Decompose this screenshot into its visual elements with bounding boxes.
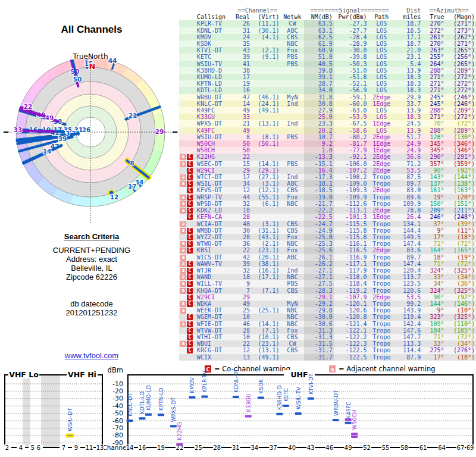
search-criteria: Search Criteria CURRENT+PENDINGAddress: …: [0, 232, 183, 317]
svg-text:= Co-channel warning: = Co-channel warning: [214, 365, 290, 373]
criteria-line: CURRENT+PENDING: [0, 246, 183, 255]
adjacent-warning-icon: a: [180, 301, 186, 307]
station-marker: [145, 414, 152, 416]
svg-text:a: a: [330, 367, 334, 373]
svg-text:28: 28: [213, 445, 221, 451]
table-row: W50CH501.0-77.91Edge24.9345°(346°): [179, 147, 476, 154]
table-row: aCKHQA-DT7(7.1)CBS-28.3-119.2Tropo120.63…: [179, 287, 476, 294]
station-label: WPXS-DT: [171, 397, 177, 422]
criteria-line: Belleville, IL: [0, 264, 183, 273]
dbm-chart: C= Co-channel warninga= Adjacent channel…: [0, 364, 476, 457]
table-row: CW29CI29(29.1)-16.4-107.22Edge53.590°(92…: [179, 167, 476, 174]
table-row: K49FC4920.2-58.6LOS13.9288°(289°): [179, 127, 476, 134]
co-channel-warning-icon: C: [187, 348, 193, 353]
tvfool-report: { "colors":{"blue":"#2e5cc5","purple":"#…: [0, 0, 476, 457]
co-channel-warning-icon: C: [187, 301, 193, 307]
svg-text:-80: -80: [112, 431, 123, 439]
table-row: KPLR-TV26(11.1)CW63.5-27.3LOS18.7270°(27…: [179, 20, 476, 27]
adjacent-warning-icon: a: [180, 255, 186, 261]
svg-text:-10: -10: [112, 380, 123, 388]
co-channel-warning-icon: C: [187, 288, 193, 294]
station-marker: [283, 405, 289, 407]
db-datecode: db datecode 201201251232: [0, 299, 183, 317]
svg-text:7: 7: [62, 445, 65, 451]
header-azimuth: ==Azimuth==: [422, 7, 476, 14]
station-label: KPLR-TV: [202, 370, 208, 392]
svg-text:58: 58: [400, 445, 408, 451]
svg-text:-30: -30: [112, 395, 123, 402]
table-row: aCWMBD-DT30(31.1)CBS-24.9-115.8Tropo144.…: [179, 227, 476, 234]
svg-text:13: 13: [96, 445, 104, 451]
station-label: K49FC: [346, 402, 352, 419]
station-marker: [308, 397, 314, 400]
adjacent-warning-icon: a: [180, 181, 186, 187]
station-marker: [295, 412, 302, 415]
svg-text:2: 2: [5, 445, 9, 451]
radar-channel-label: 26: [82, 126, 91, 133]
table-row: aCWBUI22(23.1)CW-31.5-122.3Tropo113.333°…: [179, 340, 476, 347]
adjacent-warning-icon: a: [180, 268, 186, 274]
co-channel-warning-icon: C: [187, 295, 193, 301]
adjacent-warning-icon: a: [180, 274, 186, 280]
adjacent-warning-icon: a: [180, 195, 186, 201]
svg-text:16: 16: [139, 445, 146, 451]
svg-text:52: 52: [363, 445, 371, 451]
col-miles: miles: [395, 14, 422, 20]
criteria-line: Address: exact: [0, 255, 183, 264]
table-row: aCK22HG22-13.3-92.12Edge36.6290°(291°): [179, 154, 476, 160]
table-row: aCWRSP-TV44(55.1)Fox-19.0-109.9Tropo89.6…: [179, 194, 476, 201]
station-label: WRBU-DT: [333, 390, 339, 416]
station-table: ==Channel== ========Signal======== Dist …: [179, 7, 476, 361]
station-marker: [258, 396, 264, 399]
adjacent-warning-icon: a: [180, 154, 186, 160]
co-channel-warning-icon: C: [187, 195, 193, 201]
adjacent-warning-icon: a: [180, 321, 186, 327]
svg-text:9: 9: [74, 445, 78, 451]
radar-channel-label: 29: [155, 128, 164, 135]
table-row: aCKBSI22(23.1)Fox-25.6-116.52Edge83.6164…: [179, 247, 476, 253]
station-marker: [158, 414, 164, 416]
svg-text:-60: -60: [112, 417, 123, 425]
station-label: KSDK: [258, 378, 264, 394]
station-marker: [201, 395, 208, 397]
col-netwk: Netwk: [281, 14, 305, 20]
svg-text:-20: -20: [112, 387, 123, 395]
table-row: aCWAND18(17.1)NBC-27.1-118.0Tropo113.733…: [179, 274, 476, 280]
table-row: aCKDKZ-LD18-22.2-113.12Edge78.8209°(211°…: [179, 207, 476, 214]
co-channel-warning-icon: C: [187, 168, 193, 174]
co-channel-warning-icon: C: [187, 314, 193, 320]
station-label: KNLC-DT: [127, 393, 133, 417]
table-row: aCWAWV-TV39(38.1)-26.2-117.1Tropo147.471…: [179, 261, 476, 267]
adjacent-warning-icon: a: [180, 221, 186, 227]
radar-channel-label: 17: [128, 183, 137, 190]
station-marker: [276, 413, 283, 415]
co-channel-warning-icon: C: [187, 334, 193, 340]
station-label: KMOV: [189, 377, 195, 393]
table-row: aCWILL-TV9PBS-27.5-118.4Tropo123.534°(36…: [179, 280, 476, 287]
header-dist: Dist: [395, 7, 422, 14]
col-nm: NM(dB): [304, 14, 334, 20]
col-real: Real: [234, 14, 251, 20]
station-marker: [189, 396, 195, 399]
tvfool-link[interactable]: www.tvfool.com: [65, 351, 118, 360]
svg-text:4: 4: [19, 445, 23, 451]
svg-text:11: 11: [86, 445, 93, 451]
station-label: WSIU-DT: [67, 408, 73, 431]
table-row: aCWSIL-DT34(3.1)ABC-18.1-109.0Tropo89.71…: [179, 180, 476, 187]
table-row: KMOV24(4.1)CBS62.5-28.4LOS17.1261°(262°): [179, 34, 476, 40]
svg-text:Channel: Channel: [102, 444, 128, 451]
radar-plot: 2631352443413917191633471438494922505015…: [1, 51, 183, 226]
svg-text:25: 25: [195, 445, 202, 451]
svg-text:VHF Lo: VHF Lo: [9, 370, 39, 379]
radar-channel-label: 12: [110, 193, 119, 201]
radar-channel-label: 22: [24, 103, 33, 110]
table-row: WSIU-DT8(8.1)PBS10.7-80.22Edge51.7128°(1…: [179, 134, 476, 140]
station-marker: [127, 420, 133, 422]
station-label: KUMO-LD: [146, 385, 152, 411]
table-row: WRBU-DT47(46.1)MyN31.8-59.12Edge29.9245°…: [179, 94, 476, 101]
co-channel-warning-icon: C: [187, 341, 193, 347]
radar-title: All Channels: [0, 24, 183, 36]
svg-text:TrueNorth: TrueNorth: [72, 52, 108, 61]
svg-text:55: 55: [382, 445, 390, 451]
co-channel-warning-icon: C: [187, 201, 193, 207]
